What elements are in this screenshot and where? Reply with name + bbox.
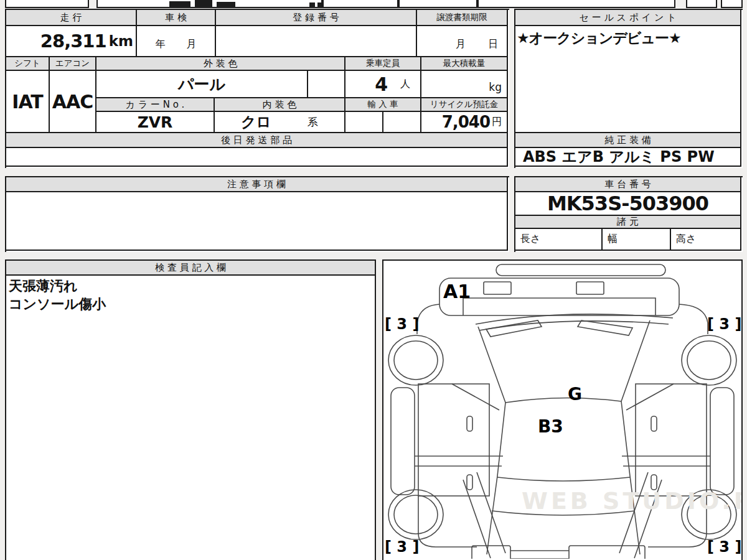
car-outline-windshield-bottom [505, 398, 621, 403]
car-outline-fender-fr [679, 304, 708, 334]
cropped-cell [721, 0, 743, 8]
transfer-deadline-header: 譲渡書類期限 [417, 10, 508, 26]
registration-value [216, 26, 417, 57]
tire-depth-rear-left: [ 3 ] [385, 538, 419, 556]
chassis-number-header: 車 台 番 号 [515, 177, 741, 192]
inspector-notes-body: 天張薄汚れ コンソール傷小 [6, 277, 375, 559]
car-outline-wiper-right [578, 320, 632, 335]
import-header: 輸 入 車 [345, 98, 421, 112]
interior-color-suffix: 系 [308, 115, 318, 129]
wheel-front-left-inner [394, 341, 438, 380]
inspection-year-label: 年 [156, 38, 166, 51]
interior-color-text: クロ [241, 112, 271, 132]
damage-label-front-bumper: A1 [443, 281, 471, 302]
car-outline-front-bumper [439, 278, 679, 315]
max-load-unit: kg [489, 81, 502, 93]
door-handle-rear-left [467, 475, 472, 490]
max-load-header: 最大積載量 [421, 57, 508, 71]
tire-depth-front-left: [ 3 ] [385, 315, 419, 333]
capacity-header: 乗車定員 [345, 57, 421, 71]
inspector-notes-table: 検 査 員 記 入 欄 天張薄汚れ コンソール傷小 [5, 259, 376, 560]
text-fragment [317, 2, 321, 7]
car-outline-rail-left [391, 388, 415, 495]
car-outline-doors-right [636, 384, 707, 496]
capacity-unit: 人 [400, 78, 410, 91]
cropped-cell [477, 0, 675, 8]
caution-notes-table: 注 意 事 項 欄 [5, 176, 509, 252]
import-cell-1 [345, 112, 383, 133]
caution-notes-header: 注 意 事 項 欄 [6, 177, 508, 192]
car-diagram-panel: WEB STUDIO.RU A1 [ 3 ] [ 3 ] G B3 [ 3 ] … [382, 259, 743, 560]
cropped-cell [398, 0, 477, 8]
later-parts-header: 後 日 発 送 部 品 [6, 133, 508, 148]
wheel-rear-left-inner [394, 495, 438, 534]
exterior-color-header: 外 装 色 [96, 57, 345, 71]
deadline-month-label: 月 [456, 38, 466, 51]
damage-label-roof: B3 [538, 416, 563, 437]
cropped-cell [96, 0, 322, 8]
capacity-number: 4 [375, 73, 388, 95]
aircon-code: AAC [52, 91, 93, 113]
caution-notes-body [6, 192, 508, 251]
cropped-top-row [0, 0, 747, 8]
car-outline-dpillar-left2 [463, 480, 491, 558]
interior-color-header: 内 装 色 [215, 98, 345, 112]
shift-code: IAT [12, 91, 43, 113]
recycle-deposit-number: 7,040 [442, 113, 490, 131]
wheel-front-right-inner [687, 341, 731, 380]
length-label: 長さ [520, 233, 540, 246]
deadline-day-label: 日 [488, 38, 498, 51]
car-outline-quarter-left [418, 496, 477, 547]
tire-depth-rear-right: [ 3 ] [707, 538, 741, 556]
watermark: WEB STUDIO.RU [522, 487, 743, 515]
car-outline-tailgate-crease1 [497, 477, 630, 481]
car-outline-dpillar-left1 [477, 472, 505, 553]
deadline-value: 月 日 [417, 26, 508, 57]
chassis-number-value: MK53S-503900 [515, 192, 741, 216]
text-fragment [309, 2, 315, 7]
color-no-value: ZVR [96, 112, 215, 133]
vehicle-info-table: 走 行 車 検 登 録 番 号 譲渡書類期限 28,311 km 年 月 月 日… [5, 9, 509, 168]
exterior-color-extra-cell [308, 71, 345, 98]
sales-point-header: セ ー ル ス ポ イ ン ト [515, 10, 741, 26]
exterior-color-text: パール [178, 74, 225, 95]
registration-number-header: 登 録 番 号 [216, 10, 417, 26]
car-outline-wiper-left [486, 320, 542, 337]
inspection-month-label: 月 [187, 38, 197, 51]
car-outline-rail-right [710, 388, 734, 495]
car-outline-bumper-rect-left [484, 282, 511, 294]
spec-length-cell: 長さ [515, 229, 603, 251]
import-cell-2 [383, 112, 421, 133]
text-fragment [217, 2, 235, 7]
wheel-front-right [682, 335, 736, 385]
damage-label-glass: G [568, 384, 582, 404]
equipment-text: ABS エアB アルミ PS PW [523, 147, 715, 167]
recycle-deposit-header: リサイクル預託金 [421, 98, 508, 112]
sales-point-body: ★オークションデビュー★ [515, 26, 741, 133]
recycle-deposit-unit: 円 [492, 116, 502, 129]
mileage-header: 走 行 [6, 10, 137, 26]
later-parts-value [6, 148, 508, 167]
inspector-note-line: コンソール傷小 [9, 296, 372, 314]
capacity-value: 4 人 [345, 71, 421, 98]
aircon-value: AAC [50, 71, 96, 133]
cropped-cell [5, 0, 89, 8]
car-outline-apillar-right [626, 384, 674, 410]
inspection-value: 年 月 [137, 26, 216, 57]
spec-height-cell: 高さ [671, 229, 741, 251]
equipment-value: ABS エアB アルミ PS PW [515, 148, 741, 167]
car-outline-apillar-left [452, 384, 499, 410]
tire-depth-front-right: [ 3 ] [707, 315, 741, 333]
text-fragment [195, 0, 212, 7]
car-outline-fender-fl [417, 304, 439, 334]
recycle-deposit-value: 7,040 円 [421, 112, 508, 133]
text-fragment [169, 1, 190, 7]
exterior-color-value: パール [96, 71, 308, 98]
specs-header: 諸 元 [515, 216, 741, 229]
inspection-header: 車 検 [137, 10, 216, 26]
shift-value: IAT [6, 71, 50, 133]
shift-header: シフト [6, 57, 50, 71]
chassis-panel: 車 台 番 号 MK53S-503900 諸 元 長さ 幅 高さ [514, 176, 743, 252]
car-outline-rear-bumper-right [569, 546, 645, 559]
max-load-value: kg [421, 71, 508, 98]
